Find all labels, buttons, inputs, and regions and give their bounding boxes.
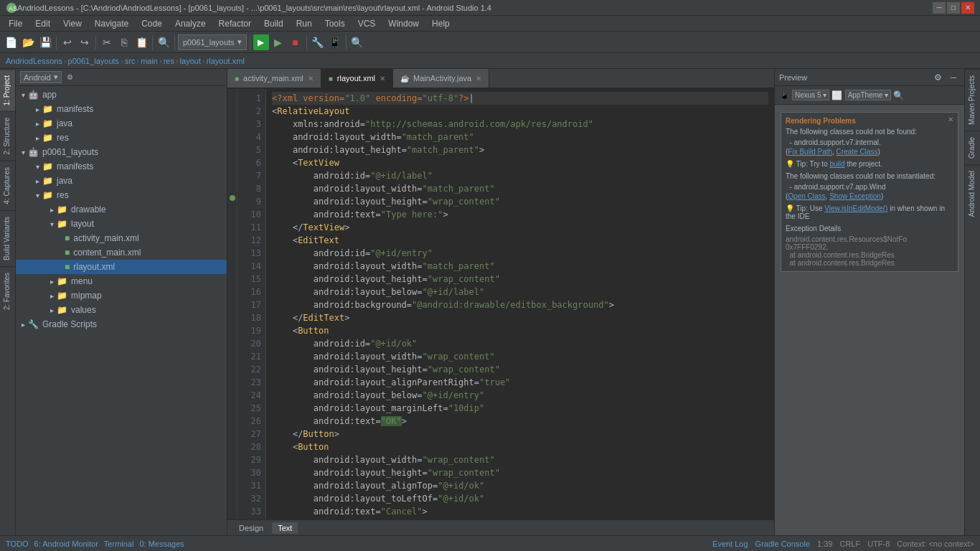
tree-item-app-java[interactable]: ▸ 📁 java <box>16 116 227 131</box>
menu-refactor[interactable]: Refactor <box>213 17 257 30</box>
terminal-button[interactable]: Terminal <box>104 540 134 548</box>
tab-close-icon[interactable]: ✕ <box>380 75 385 83</box>
tree-item-drawable[interactable]: ▸ 📁 drawable <box>16 202 227 217</box>
build-link[interactable]: build <box>829 160 844 168</box>
messages-button[interactable]: 0: Messages <box>139 540 184 548</box>
breadcrumb-res[interactable]: res <box>164 57 174 65</box>
gradle-console-button[interactable]: Gradle Console <box>755 540 810 548</box>
sidebar-item-project[interactable]: 1: Project <box>0 69 15 111</box>
tree-item-p0061[interactable]: ▾ 🤖 p0061_layouts <box>16 145 227 159</box>
menu-window[interactable]: Window <box>382 17 425 30</box>
line-num: 16 <box>237 286 261 298</box>
menu-analyze[interactable]: Analyze <box>169 17 212 30</box>
tree-item-p0061-java[interactable]: ▸ 📁 java <box>16 174 227 188</box>
code-editor[interactable]: 1 2 3 4 5 6 7 8 9 10 11 12 13 14 15 16 1… <box>227 89 774 519</box>
menu-run[interactable]: Run <box>291 17 318 30</box>
tree-item-mipmap[interactable]: ▸ 📁 mipmap <box>16 288 227 303</box>
preview-minimize-btn[interactable]: ─ <box>947 71 960 84</box>
breadcrumb-layout[interactable]: layout <box>180 57 201 65</box>
avd-manager[interactable]: 📱 <box>327 34 343 50</box>
menu-help[interactable]: Help <box>426 17 456 30</box>
maximize-button[interactable]: □ <box>947 2 960 14</box>
tab-close-icon[interactable]: ✕ <box>476 75 481 83</box>
menu-vcs[interactable]: VCS <box>352 17 382 30</box>
menu-tools[interactable]: Tools <box>319 17 351 30</box>
toolbar-open[interactable]: 📂 <box>20 34 36 50</box>
tree-item-rlayout[interactable]: ■ rlayout.xml <box>16 260 227 274</box>
tree-item-app[interactable]: ▾ 🤖 app <box>16 88 227 102</box>
preview-settings-btn[interactable]: ⚙ <box>931 71 944 84</box>
preview-zoom-in[interactable]: 🔍 <box>892 89 905 102</box>
minimize-button[interactable]: ─ <box>933 2 946 14</box>
toolbar-new[interactable]: 📄 <box>3 34 19 50</box>
run-button[interactable]: ▶ <box>253 34 269 50</box>
rendering-problems-close[interactable]: ✕ <box>948 116 953 123</box>
tab-activity-main[interactable]: ■ activity_main.xml ✕ <box>227 69 321 88</box>
menu-file[interactable]: File <box>3 17 28 30</box>
preview-portrait-btn[interactable]: ⬜ <box>831 89 844 102</box>
breadcrumb-module[interactable]: p0061_layouts <box>68 57 120 65</box>
sidebar-item-favorites[interactable]: 2: Favorites <box>0 266 15 316</box>
tab-rlayout[interactable]: ■ rlayout.xml ✕ <box>321 69 393 88</box>
tab-design[interactable]: Design <box>233 522 269 534</box>
sidebar-item-captures[interactable]: 4: Captures <box>0 161 15 210</box>
tree-item-menu[interactable]: ▸ 📁 menu <box>16 274 227 288</box>
close-button[interactable]: ✕ <box>961 2 974 14</box>
breadcrumb-main[interactable]: main <box>141 57 158 65</box>
breadcrumb-src[interactable]: src <box>125 57 136 65</box>
breadcrumb-file[interactable]: rlayout.xml <box>207 57 245 65</box>
code-line: android:background="@android:drawable/ed… <box>272 298 768 311</box>
view-ineditmode-link[interactable]: View.isInEditMode() <box>824 204 887 212</box>
menu-code[interactable]: Code <box>136 17 168 30</box>
debug-button[interactable]: ▶ <box>270 34 286 50</box>
theme-dropdown[interactable]: AppTheme ▾ <box>845 90 891 100</box>
tree-item-layout[interactable]: ▾ 📁 layout <box>16 217 227 231</box>
sidebar-item-buildvariants[interactable]: Build Variants <box>0 210 15 266</box>
tree-item-app-manifests[interactable]: ▸ 📁 manifests <box>16 102 227 116</box>
toolbar-sep-2 <box>95 35 96 50</box>
project-selector[interactable]: Android ▾ <box>20 71 62 83</box>
show-exception-link[interactable]: Show Exception <box>829 192 881 200</box>
todo-button[interactable]: TODO <box>6 540 29 548</box>
fix-build-path-link[interactable]: Fix Build Path <box>788 148 832 156</box>
sidebar-item-maven[interactable]: Maven Projects <box>965 69 980 131</box>
menu-view[interactable]: View <box>57 17 88 30</box>
code-content[interactable]: <?xml version="1.0" encoding="utf-8"?>| … <box>266 89 774 519</box>
open-class-link[interactable]: Open Class <box>788 192 825 200</box>
tab-close-icon[interactable]: ✕ <box>308 75 314 83</box>
breadcrumb-root[interactable]: AndriodLessons <box>6 57 62 65</box>
menu-edit[interactable]: Edit <box>29 17 56 30</box>
tree-item-values[interactable]: ▸ 📁 values <box>16 303 227 317</box>
sidebar-item-structure[interactable]: 2: Structure <box>0 111 15 161</box>
project-dropdown[interactable]: p0061_layouts ▾ <box>178 34 247 50</box>
sidebar-item-android-model[interactable]: Android Model <box>965 164 980 222</box>
tree-item-p0061-manifests[interactable]: ▾ 📁 manifests <box>16 159 227 174</box>
menu-navigate[interactable]: Navigate <box>89 17 134 30</box>
toolbar-undo[interactable]: ↩ <box>60 34 75 50</box>
sidebar-item-gradle[interactable]: Gradle <box>965 131 980 164</box>
tree-item-p0061-res[interactable]: ▾ 📁 res <box>16 188 227 202</box>
nexus-dropdown[interactable]: Nexus 5 ▾ <box>792 90 829 100</box>
toolbar-find[interactable]: 🔍 <box>156 34 171 50</box>
tab-text[interactable]: Text <box>272 522 298 534</box>
tab-mainactivity[interactable]: ☕ MainActivity.java ✕ <box>393 69 489 88</box>
stop-button[interactable]: ■ <box>288 34 303 50</box>
toolbar-save[interactable]: 💾 <box>37 34 53 50</box>
tree-item-app-res[interactable]: ▸ 📁 res <box>16 131 227 145</box>
tree-item-content-main[interactable]: ■ content_main.xml <box>16 245 227 260</box>
toolbar-cut[interactable]: ✂ <box>99 34 115 50</box>
toolbar-paste[interactable]: 📋 <box>133 34 149 50</box>
preview-theme-btn[interactable]: 📱 <box>778 89 791 102</box>
sdk-manager[interactable]: 🔧 <box>310 34 326 50</box>
tree-item-activity-main[interactable]: ■ activity_main.xml <box>16 231 227 245</box>
xml-file-icon: ■ <box>65 233 70 243</box>
android-monitor-button[interactable]: 6: Android Monitor <box>34 540 98 548</box>
tree-item-gradle[interactable]: ▸ 🔧 Gradle Scripts <box>16 317 227 331</box>
toolbar-redo[interactable]: ↪ <box>77 34 93 50</box>
toolbar-copy[interactable]: ⎘ <box>116 34 132 50</box>
search-everywhere[interactable]: 🔍 <box>349 34 365 50</box>
create-class-link[interactable]: Create Class <box>837 148 878 156</box>
event-log-button[interactable]: Event Log <box>712 540 748 548</box>
menu-build[interactable]: Build <box>258 17 289 30</box>
project-settings-btn[interactable]: ⚙ <box>65 72 76 83</box>
